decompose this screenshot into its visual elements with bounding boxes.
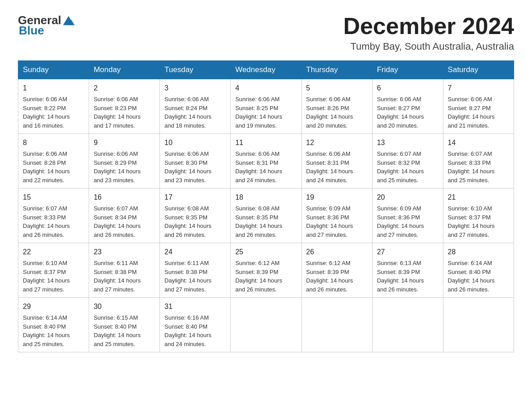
day-info: Sunrise: 6:10 AMSunset: 8:37 PMDaylight:… xyxy=(448,205,495,238)
col-wednesday: Wednesday xyxy=(231,61,301,79)
col-monday: Monday xyxy=(89,61,160,79)
day-number: 1 xyxy=(23,83,84,94)
table-row: 1Sunrise: 6:06 AMSunset: 8:22 PMDaylight… xyxy=(18,79,89,134)
day-info: Sunrise: 6:11 AMSunset: 8:38 PMDaylight:… xyxy=(94,260,141,293)
day-info: Sunrise: 6:16 AMSunset: 8:40 PMDaylight:… xyxy=(164,314,211,347)
day-number: 12 xyxy=(306,137,368,148)
table-row: 19Sunrise: 6:09 AMSunset: 8:36 PMDayligh… xyxy=(301,188,372,243)
day-number: 19 xyxy=(306,192,368,203)
day-info: Sunrise: 6:13 AMSunset: 8:39 PMDaylight:… xyxy=(377,260,424,293)
day-number: 20 xyxy=(377,192,438,203)
day-info: Sunrise: 6:14 AMSunset: 8:40 PMDaylight:… xyxy=(448,260,495,293)
day-info: Sunrise: 6:08 AMSunset: 8:35 PMDaylight:… xyxy=(235,205,282,238)
title-block: December 2024 Tumby Bay, South Australia… xyxy=(343,13,514,52)
day-info: Sunrise: 6:12 AMSunset: 8:39 PMDaylight:… xyxy=(235,260,282,293)
day-number: 2 xyxy=(94,83,155,94)
col-sunday: Sunday xyxy=(18,61,89,79)
day-number: 24 xyxy=(164,247,226,257)
table-row: 21Sunrise: 6:10 AMSunset: 8:37 PMDayligh… xyxy=(443,188,514,243)
day-number: 10 xyxy=(164,137,226,148)
table-row: 7Sunrise: 6:06 AMSunset: 8:27 PMDaylight… xyxy=(443,79,514,134)
col-thursday: Thursday xyxy=(301,61,372,79)
month-title: December 2024 xyxy=(343,13,514,39)
day-info: Sunrise: 6:15 AMSunset: 8:40 PMDaylight:… xyxy=(94,314,141,347)
day-info: Sunrise: 6:06 AMSunset: 8:25 PMDaylight:… xyxy=(235,96,282,129)
day-info: Sunrise: 6:12 AMSunset: 8:39 PMDaylight:… xyxy=(306,260,353,293)
day-number: 23 xyxy=(94,247,155,257)
table-row: 31Sunrise: 6:16 AMSunset: 8:40 PMDayligh… xyxy=(160,298,231,352)
day-number: 8 xyxy=(23,137,84,148)
day-number: 7 xyxy=(448,83,509,94)
logo-icon xyxy=(62,14,75,27)
day-info: Sunrise: 6:06 AMSunset: 8:31 PMDaylight:… xyxy=(306,150,353,184)
day-info: Sunrise: 6:11 AMSunset: 8:38 PMDaylight:… xyxy=(164,260,211,293)
day-number: 11 xyxy=(235,137,296,148)
day-info: Sunrise: 6:09 AMSunset: 8:36 PMDaylight:… xyxy=(377,205,424,238)
table-row: 23Sunrise: 6:11 AMSunset: 8:38 PMDayligh… xyxy=(89,243,160,298)
table-row: 26Sunrise: 6:12 AMSunset: 8:39 PMDayligh… xyxy=(301,243,372,298)
day-number: 21 xyxy=(448,192,509,203)
table-row: 18Sunrise: 6:08 AMSunset: 8:35 PMDayligh… xyxy=(231,188,301,243)
table-row: 11Sunrise: 6:06 AMSunset: 8:31 PMDayligh… xyxy=(231,134,301,188)
col-tuesday: Tuesday xyxy=(160,61,231,79)
day-info: Sunrise: 6:06 AMSunset: 8:23 PMDaylight:… xyxy=(94,96,141,129)
table-row: 29Sunrise: 6:14 AMSunset: 8:40 PMDayligh… xyxy=(18,298,89,352)
logo-blue-text: Blue xyxy=(19,24,44,38)
table-row: 9Sunrise: 6:06 AMSunset: 8:29 PMDaylight… xyxy=(89,134,160,188)
table-row: 17Sunrise: 6:08 AMSunset: 8:35 PMDayligh… xyxy=(160,188,231,243)
day-info: Sunrise: 6:07 AMSunset: 8:33 PMDaylight:… xyxy=(23,205,70,238)
table-row: 14Sunrise: 6:07 AMSunset: 8:33 PMDayligh… xyxy=(443,134,514,188)
table-row: 12Sunrise: 6:06 AMSunset: 8:31 PMDayligh… xyxy=(301,134,372,188)
day-info: Sunrise: 6:07 AMSunset: 8:34 PMDaylight:… xyxy=(94,205,141,238)
day-number: 18 xyxy=(235,192,296,203)
day-number: 9 xyxy=(94,137,155,148)
day-number: 29 xyxy=(23,301,84,312)
day-info: Sunrise: 6:06 AMSunset: 8:22 PMDaylight:… xyxy=(23,96,70,129)
day-number: 6 xyxy=(377,83,438,94)
day-number: 13 xyxy=(377,137,438,148)
table-row xyxy=(301,298,372,352)
table-row: 22Sunrise: 6:10 AMSunset: 8:37 PMDayligh… xyxy=(18,243,89,298)
table-row: 2Sunrise: 6:06 AMSunset: 8:23 PMDaylight… xyxy=(89,79,160,134)
table-row: 13Sunrise: 6:07 AMSunset: 8:32 PMDayligh… xyxy=(372,134,443,188)
table-row xyxy=(231,298,301,352)
day-info: Sunrise: 6:07 AMSunset: 8:33 PMDaylight:… xyxy=(448,150,495,184)
table-row: 28Sunrise: 6:14 AMSunset: 8:40 PMDayligh… xyxy=(443,243,514,298)
table-row: 8Sunrise: 6:06 AMSunset: 8:28 PMDaylight… xyxy=(18,134,89,188)
calendar-table: Sunday Monday Tuesday Wednesday Thursday… xyxy=(18,60,514,352)
day-info: Sunrise: 6:06 AMSunset: 8:30 PMDaylight:… xyxy=(164,150,211,184)
day-number: 15 xyxy=(23,192,84,203)
logo: General Blue xyxy=(18,13,75,38)
page-header: General Blue December 2024 Tumby Bay, So… xyxy=(18,13,514,52)
day-number: 31 xyxy=(164,301,226,312)
day-number: 27 xyxy=(377,247,438,257)
day-number: 30 xyxy=(94,301,155,312)
day-info: Sunrise: 6:14 AMSunset: 8:40 PMDaylight:… xyxy=(23,314,70,347)
day-info: Sunrise: 6:06 AMSunset: 8:29 PMDaylight:… xyxy=(94,150,141,184)
table-row: 5Sunrise: 6:06 AMSunset: 8:26 PMDaylight… xyxy=(301,79,372,134)
day-info: Sunrise: 6:10 AMSunset: 8:37 PMDaylight:… xyxy=(23,260,70,293)
day-number: 22 xyxy=(23,247,84,257)
table-row: 20Sunrise: 6:09 AMSunset: 8:36 PMDayligh… xyxy=(372,188,443,243)
table-row: 15Sunrise: 6:07 AMSunset: 8:33 PMDayligh… xyxy=(18,188,89,243)
day-info: Sunrise: 6:09 AMSunset: 8:36 PMDaylight:… xyxy=(306,205,353,238)
day-number: 26 xyxy=(306,247,368,257)
table-row: 24Sunrise: 6:11 AMSunset: 8:38 PMDayligh… xyxy=(160,243,231,298)
day-number: 16 xyxy=(94,192,155,203)
table-row: 3Sunrise: 6:06 AMSunset: 8:24 PMDaylight… xyxy=(160,79,231,134)
day-info: Sunrise: 6:06 AMSunset: 8:31 PMDaylight:… xyxy=(235,150,282,184)
day-number: 4 xyxy=(235,83,296,94)
location-title: Tumby Bay, South Australia, Australia xyxy=(343,41,514,52)
table-row xyxy=(372,298,443,352)
day-info: Sunrise: 6:07 AMSunset: 8:32 PMDaylight:… xyxy=(377,150,424,184)
day-info: Sunrise: 6:06 AMSunset: 8:24 PMDaylight:… xyxy=(164,96,211,129)
day-number: 28 xyxy=(448,247,509,257)
day-info: Sunrise: 6:06 AMSunset: 8:26 PMDaylight:… xyxy=(306,96,353,129)
table-row: 27Sunrise: 6:13 AMSunset: 8:39 PMDayligh… xyxy=(372,243,443,298)
table-row: 16Sunrise: 6:07 AMSunset: 8:34 PMDayligh… xyxy=(89,188,160,243)
col-friday: Friday xyxy=(372,61,443,79)
col-saturday: Saturday xyxy=(443,61,514,79)
calendar-header-row: Sunday Monday Tuesday Wednesday Thursday… xyxy=(18,61,514,79)
day-info: Sunrise: 6:06 AMSunset: 8:27 PMDaylight:… xyxy=(448,96,495,129)
day-info: Sunrise: 6:06 AMSunset: 8:28 PMDaylight:… xyxy=(23,150,70,184)
